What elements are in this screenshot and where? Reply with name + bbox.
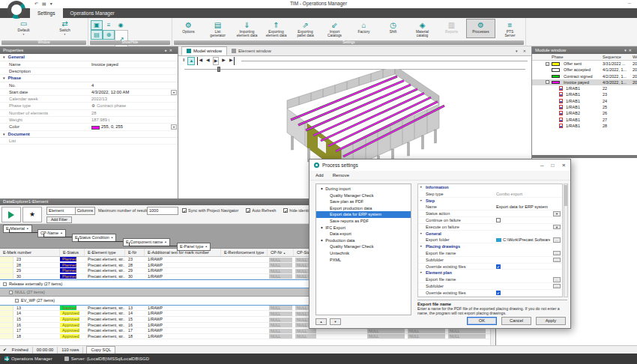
checkbox-override-existing-files[interactable]: ✔: [496, 291, 501, 295]
ribbon-button-factory[interactable]: ⌂Factory: [349, 19, 378, 38]
close-icon[interactable]: ✕: [523, 49, 528, 53]
collapse-icon[interactable]: -: [3, 282, 7, 286]
table-row[interactable]: 18ApprovedPrecast element, str...181/RAW…: [0, 334, 495, 340]
checkbox-continue-on-failure[interactable]: [496, 218, 501, 222]
module-row-offer-accepted[interactable]: Offer accepted4/1/2022, 1...2022...: [532, 67, 637, 73]
ribbon-button-processes[interactable]: ⚙Processes: [466, 19, 495, 38]
row-indicator[interactable]: [0, 274, 13, 279]
move-up-button[interactable]: ▲: [316, 318, 327, 325]
first-button[interactable]: ◀: [197, 57, 203, 65]
table-row[interactable]: 17ApprovedPrecast element, str...171/RAW…: [0, 328, 495, 334]
col-header-e-mark-number[interactable]: E-Mark number: [0, 249, 60, 256]
row-indicator[interactable]: [0, 257, 13, 262]
row-indicator[interactable]: [0, 317, 13, 322]
prop-section-document[interactable]: ▼Document: [0, 131, 178, 139]
process-step-production-data[interactable]: ◆ Production data: [316, 237, 411, 244]
tab-model-window[interactable]: Model window: [181, 46, 227, 55]
row-indicator[interactable]: [0, 268, 13, 273]
run-query-button[interactable]: [1, 207, 21, 222]
undo-icon[interactable]: ↶: [34, 1, 38, 6]
row-indicator[interactable]: [0, 263, 13, 268]
col-header-e-element-type[interactable]: E-Element type: [85, 249, 125, 256]
max-results-input[interactable]: 1000: [147, 207, 178, 215]
col-header-e-status[interactable]: E-Status: [60, 249, 85, 256]
ribbon-tab-operations-manager[interactable]: Operations Manager: [63, 8, 122, 18]
close-icon[interactable]: ✕: [562, 163, 566, 169]
process-step-save-plan-as-pdf[interactable]: Save plan as PDF: [316, 198, 411, 205]
close-icon[interactable]: ✕: [629, 48, 634, 52]
ribbon-button-reports[interactable]: ▥Reports: [437, 19, 466, 38]
row-indicator[interactable]: [0, 306, 13, 311]
minimize-icon[interactable]: ─: [540, 163, 544, 169]
show-model-window-button[interactable]: ▣: [91, 20, 103, 30]
collapse-icon[interactable]: -: [15, 299, 19, 303]
save-icon[interactable]: ▤: [42, 1, 46, 6]
process-step-unitechnik[interactable]: Unitechnik: [316, 250, 411, 257]
checkbox-auto-refresh[interactable]: ✔Auto Refresh: [246, 208, 276, 213]
process-step-pxml[interactable]: PXML: [316, 257, 411, 264]
pause-button[interactable]: ‖: [182, 57, 185, 65]
next-button[interactable]: ▶: [221, 57, 226, 65]
process-step-during-import[interactable]: ◆ During import: [316, 186, 411, 192]
dropdown-button[interactable]: ▼: [171, 90, 177, 95]
browse-button[interactable]: …: [553, 277, 561, 282]
ribbon-button-pts-server[interactable]: ≡PTSServer: [495, 19, 525, 38]
browse-button[interactable]: …: [553, 284, 561, 289]
show-list-button[interactable]: ≡: [103, 20, 115, 30]
timeline-track[interactable]: [241, 61, 528, 61]
collapse-icon[interactable]: -: [546, 80, 549, 84]
col-phase[interactable]: Phase: [552, 54, 564, 61]
process-step-export-production-data[interactable]: Export production data: [316, 205, 411, 212]
grid-section-general[interactable]: ▼General: [418, 231, 562, 237]
module-row-1-rab1[interactable]: 1/RAB122: [532, 85, 637, 91]
cancel-button[interactable]: Cancel: [501, 317, 531, 325]
ribbon-button-default[interactable]: ▭Default▾: [6, 19, 42, 36]
row-indicator[interactable]: [0, 311, 13, 316]
ribbon-button-exporting-pallet-data[interactable]: ⇗Exportingpallet data: [291, 19, 320, 38]
col-sequence[interactable]: Sequence: [603, 54, 621, 61]
process-step-save-reports-as-pdf[interactable]: Save reports as PDF: [316, 218, 411, 225]
show-eye-button[interactable]: ◉: [115, 20, 127, 30]
copy-sql-button[interactable]: Copy SQL: [86, 346, 115, 354]
add-filter-button[interactable]: Add Filter: [46, 216, 72, 223]
grid-scrollbar[interactable]: [564, 183, 568, 297]
ribbon-button-importing-element-data[interactable]: ⇓Importingelement data: [232, 19, 262, 38]
ok-button[interactable]: OK: [467, 317, 497, 325]
process-step-export-data-for-erp-system[interactable]: Export data for ERP system: [316, 211, 411, 218]
prev-button[interactable]: ◀: [205, 57, 211, 65]
apply-button[interactable]: Apply: [536, 317, 566, 325]
app-logo-icon[interactable]: [7, 1, 25, 19]
col-week[interactable]: Week: [633, 54, 637, 61]
process-step-ifc-export[interactable]: ◆ IFC Export: [316, 225, 411, 231]
module-row-1-rab1[interactable]: 1/RAB128: [532, 123, 637, 129]
row-indicator[interactable]: [0, 334, 13, 339]
tab-element-window[interactable]: Element window: [227, 46, 276, 55]
checkbox-override-existing-files[interactable]: ✔: [496, 264, 501, 269]
grid-section-information[interactable]: ▼Information: [418, 184, 562, 191]
play-button[interactable]: ▶: [213, 57, 220, 65]
grid-section-step[interactable]: ▼Step: [418, 198, 562, 204]
grid-section-placing-drawings[interactable]: ▼Placing drawings: [418, 243, 562, 250]
collapse-icon[interactable]: -: [9, 291, 13, 294]
module-window-scrollbar[interactable]: [532, 155, 637, 158]
dialog-title-bar[interactable]: Process settings ─□✕: [310, 160, 570, 171]
module-row-1-rab1[interactable]: 1/RAB125: [532, 104, 637, 110]
ribbon-button-material-catalog[interactable]: ◈Materialcatalog: [408, 19, 437, 38]
menu-add[interactable]: Add: [316, 171, 324, 180]
columns-button[interactable]: Columns: [75, 207, 95, 215]
module-row-1-rab1[interactable]: 1/RAB124: [532, 98, 637, 104]
module-row-1-rab1[interactable]: 1/RAB127: [532, 117, 637, 123]
ribbon-button-import-catalogs[interactable]: ⇙ImportCatalogs: [320, 19, 349, 38]
dropdown-button[interactable]: ▼: [171, 124, 177, 130]
col-header-cp-nr[interactable]: CP-Nr ▲: [268, 249, 294, 256]
process-step-data-export[interactable]: Data export: [316, 231, 411, 237]
prop-section-general[interactable]: ▼General: [0, 54, 178, 61]
process-step-quality-manager-check[interactable]: Quality Manager Check: [316, 243, 411, 250]
browse-button[interactable]: …: [553, 237, 561, 243]
play-mode-button[interactable]: ▲: [187, 57, 195, 65]
close-icon[interactable]: ✕: [169, 48, 175, 52]
module-row-offer-sent[interactable]: +Offer sent3/31/2022 ...2022...: [532, 61, 637, 67]
ribbon-button-shift[interactable]: ◷Shift: [378, 19, 408, 38]
ribbon-button-exporting-element-data[interactable]: ⇑Exportingelement data: [262, 19, 291, 38]
module-row-1-rab1[interactable]: 1/RAB123: [532, 91, 637, 97]
